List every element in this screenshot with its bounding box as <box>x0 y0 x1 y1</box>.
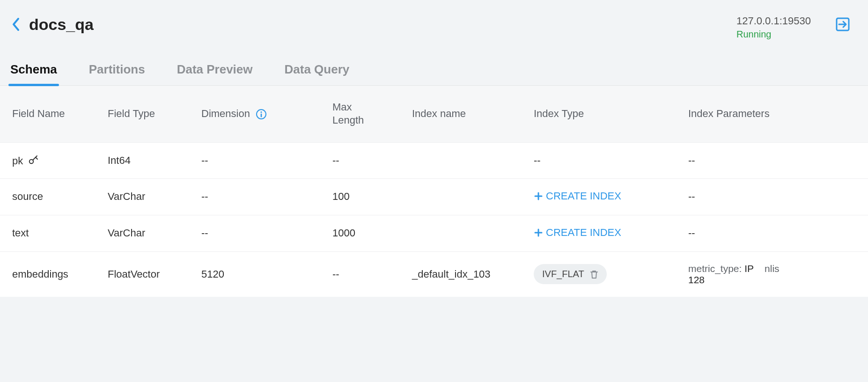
cell-field-name: text <box>0 215 103 251</box>
col-index-name: Index name <box>407 86 529 143</box>
col-field-name: Field Name <box>0 86 103 143</box>
cell-field-type: FloatVector <box>103 251 197 297</box>
chevron-left-icon <box>12 17 20 31</box>
col-dimension-label: Dimension <box>201 108 250 119</box>
table-row: pk Int64-------- <box>0 142 868 178</box>
tabs: SchemaPartitionsData PreviewData Query <box>0 45 868 86</box>
col-field-type: Field Type <box>103 86 197 143</box>
cell-field-type: VarChar <box>103 215 197 251</box>
info-icon[interactable] <box>256 109 267 120</box>
cell-index-type: IVF_FLAT <box>529 251 684 297</box>
create-index-button[interactable]: CREATE INDEX <box>534 190 621 202</box>
cell-max-length: -- <box>328 251 407 297</box>
cell-dimension: -- <box>197 178 328 215</box>
index-type-chip-label: IVF_FLAT <box>542 269 584 279</box>
col-index-params: Index Parameters <box>684 86 868 143</box>
cell-max-length: 1000 <box>328 215 407 251</box>
trash-icon <box>590 270 598 279</box>
tab-schema[interactable]: Schema <box>10 62 57 85</box>
col-index-type: Index Type <box>529 86 684 143</box>
index-type-chip[interactable]: IVF_FLAT <box>534 264 607 284</box>
table-row: sourceVarChar--100CREATE INDEX-- <box>0 178 868 215</box>
cell-index-params: -- <box>684 215 868 251</box>
create-index-button[interactable]: CREATE INDEX <box>534 227 621 239</box>
plus-icon <box>534 228 543 237</box>
host-address: 127.0.0.1:19530 <box>736 14 811 28</box>
cell-index-params: metric_type: IP nlis128 <box>684 251 868 297</box>
create-index-label: CREATE INDEX <box>546 227 621 239</box>
cell-index-type: -- <box>529 142 684 178</box>
col-max-length: Max Length <box>328 86 407 143</box>
cell-field-name: embeddings <box>0 251 103 297</box>
svg-point-3 <box>260 111 262 113</box>
tab-partitions[interactable]: Partitions <box>89 62 145 85</box>
cell-dimension: -- <box>197 215 328 251</box>
table-row: textVarChar--1000CREATE INDEX-- <box>0 215 868 251</box>
param-key: metric_type: <box>688 263 744 274</box>
table-row: embeddingsFloatVector5120--_default_idx_… <box>0 251 868 297</box>
exit-button[interactable] <box>834 16 851 33</box>
cell-index-name <box>407 178 529 215</box>
page-title: docs_qa <box>29 15 94 34</box>
cell-max-length: -- <box>328 142 407 178</box>
cell-index-params: -- <box>684 142 868 178</box>
connection-status: 127.0.0.1:19530 Running <box>736 14 811 41</box>
cell-field-type: Int64 <box>103 142 197 178</box>
cell-max-length: 100 <box>328 178 407 215</box>
tab-data-query[interactable]: Data Query <box>285 62 350 85</box>
svg-line-7 <box>36 157 37 159</box>
primary-key-icon <box>28 154 39 165</box>
param-value: 128 <box>688 274 705 285</box>
param-value: IP <box>744 263 753 274</box>
tab-data-preview[interactable]: Data Preview <box>177 62 253 85</box>
cell-dimension: 5120 <box>197 251 328 297</box>
delete-index-button[interactable] <box>590 270 598 279</box>
exit-icon <box>835 17 850 32</box>
cell-index-name: _default_idx_103 <box>407 251 529 297</box>
cell-index-name <box>407 142 529 178</box>
schema-table: Field Name Field Type Dimension Max Leng… <box>0 86 868 297</box>
cell-index-name <box>407 215 529 251</box>
cell-index-type: CREATE INDEX <box>529 215 684 251</box>
svg-rect-4 <box>261 114 262 118</box>
cell-index-type: CREATE INDEX <box>529 178 684 215</box>
cell-dimension: -- <box>197 142 328 178</box>
create-index-label: CREATE INDEX <box>546 190 621 202</box>
cell-field-type: VarChar <box>103 178 197 215</box>
back-button[interactable] <box>9 14 22 35</box>
param-key: nlis <box>765 263 780 274</box>
col-dimension: Dimension <box>197 86 328 143</box>
cell-field-name: pk <box>0 142 103 178</box>
cell-index-params: -- <box>684 178 868 215</box>
status-label: Running <box>736 28 811 41</box>
cell-field-name: source <box>0 178 103 215</box>
plus-icon <box>534 191 543 201</box>
